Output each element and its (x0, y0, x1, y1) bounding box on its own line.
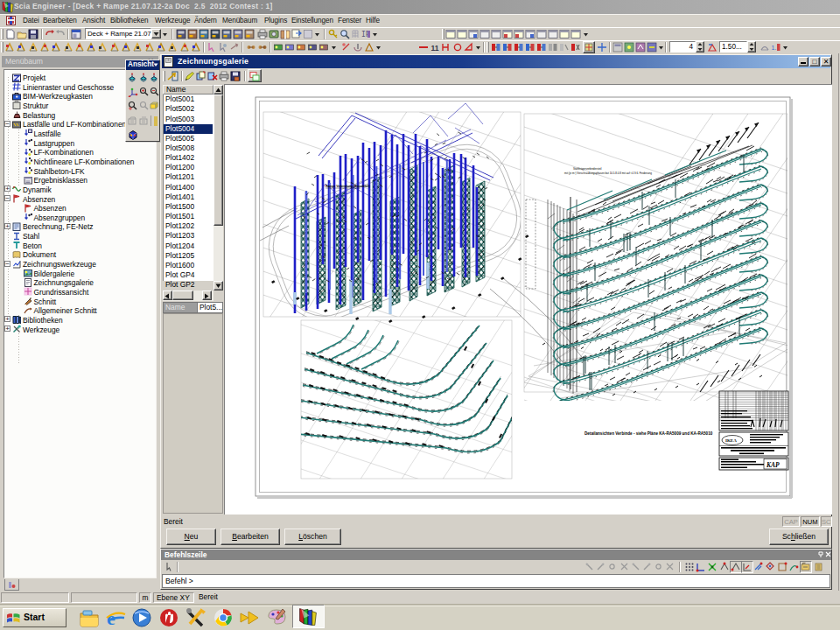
svg-text:Stahlträgerverbindersteil: Stahlträgerverbindersteil (573, 167, 602, 171)
svg-text:mit (je m²) Verschraubungsphas: mit (je m²) Verschraubungsphasen but 10.… (564, 172, 652, 175)
svg-text:KAP: KAP (766, 461, 780, 469)
svg-text:IKEA: IKEA (725, 438, 737, 443)
svg-text:1.: 1. (772, 45, 777, 51)
svg-text:11: 11 (431, 44, 439, 52)
svg-text:Rampe Verbindung (Bürschlaft): Rampe Verbindung (Bürschlaft) (326, 185, 370, 188)
svg-text:Detailansichten Verbinde - sie: Detailansichten Verbinde - siehe Pläne K… (584, 431, 713, 436)
